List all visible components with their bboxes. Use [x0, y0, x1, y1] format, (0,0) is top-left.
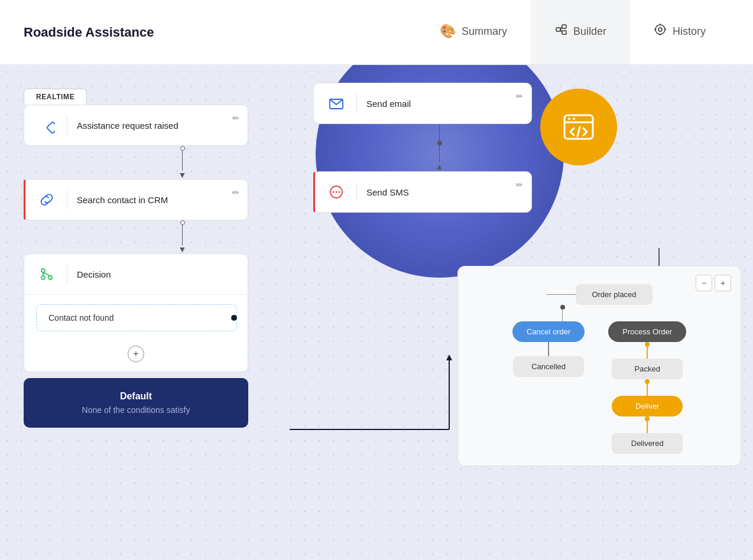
- fc-arrow-cancel: [548, 342, 549, 356]
- fc-node-cancel-order: Cancel order: [512, 321, 585, 342]
- decision-header: Decision: [24, 254, 248, 295]
- fc-col-process: Process Order Packed Deliver Delivered: [608, 321, 686, 454]
- svg-marker-29: [446, 354, 452, 360]
- zoom-out-button[interactable]: −: [696, 275, 712, 291]
- card-divider: [67, 116, 67, 135]
- vert-line-2: [439, 145, 440, 162]
- svg-rect-16: [47, 122, 55, 134]
- tab-summary[interactable]: 🎨 Summary: [416, 0, 531, 64]
- decision-label: Decision: [77, 269, 111, 279]
- send-email-label: Send email: [366, 99, 411, 109]
- card-divider-email: [356, 94, 357, 113]
- sms-icon: [326, 181, 347, 203]
- fc-dot-orange-3: [645, 416, 650, 421]
- fc-dot-1: [560, 305, 565, 310]
- flowchart-container: Order placed Cancel order Cancelled Proc…: [472, 278, 726, 454]
- fc-arrow-orange-2: [647, 384, 648, 396]
- svg-point-14: [573, 118, 575, 120]
- fc-node-deliver: Deliver: [612, 396, 683, 416]
- app-title: Roadside Assistance: [24, 25, 154, 40]
- decision-block: Decision Contact not found +: [24, 253, 248, 372]
- fc-dot-orange-2: [645, 379, 650, 384]
- connector-dot-1: [180, 146, 185, 151]
- fc-node-order-placed: Order placed: [576, 284, 653, 305]
- connector-1: ▼: [57, 146, 307, 179]
- tab-builder[interactable]: Builder: [531, 0, 630, 64]
- svg-point-18: [48, 276, 52, 279]
- condition-label: Contact not found: [48, 313, 114, 323]
- fc-row-main: Cancel order Cancelled Process Order Pac…: [472, 321, 726, 454]
- card-assistance-request[interactable]: Assistance request raised ✏: [24, 105, 248, 146]
- card-assistance-label: Assistance request raised: [77, 121, 178, 131]
- flowchart-controls: − +: [696, 275, 731, 291]
- realtime-badge: REALTIME: [24, 89, 87, 105]
- tab-builder-label: Builder: [573, 25, 606, 38]
- horiz-line-left: [546, 294, 576, 295]
- send-sms-label: Send SMS: [366, 187, 409, 197]
- card-search-label: Search contact in CRM: [77, 195, 168, 205]
- tab-history-label: History: [673, 25, 706, 38]
- add-condition-button[interactable]: +: [128, 346, 144, 362]
- send-email-edit[interactable]: ✏: [516, 92, 523, 101]
- branch-icon: [36, 263, 57, 285]
- main-canvas: REALTIME Assistance request raised ✏ ▼: [0, 65, 753, 560]
- svg-point-6: [658, 28, 662, 31]
- chain-icon: [36, 189, 57, 210]
- condition-box[interactable]: Contact not found: [36, 304, 237, 331]
- fc-arrow-orange-1: [647, 347, 648, 359]
- nav-tabs: 🎨 Summary Builder: [416, 0, 729, 64]
- workflow-panel: REALTIME Assistance request raised ✏ ▼: [0, 65, 331, 560]
- card-send-email[interactable]: Send email ✏: [313, 83, 532, 124]
- send-sms-edit[interactable]: ✏: [516, 180, 523, 190]
- fc-node-process-order: Process Order: [608, 321, 686, 342]
- svg-line-21: [43, 272, 50, 276]
- fc-arrow-1: [562, 310, 563, 321]
- default-block: Default None of the conditions satisfy: [24, 378, 248, 428]
- svg-point-5: [655, 25, 665, 34]
- fc-arrow-orange-3: [647, 421, 648, 433]
- svg-point-26: [339, 191, 340, 193]
- vert-line: [439, 124, 440, 141]
- right-panel: Send email ✏ ▲ Send SMS ✏: [313, 83, 532, 213]
- fc-col-cancel: Cancel order Cancelled: [512, 321, 585, 377]
- svg-point-24: [333, 191, 335, 193]
- fc-dot-orange-1: [645, 342, 650, 347]
- connector-line-1: [182, 151, 183, 171]
- realtime-container: REALTIME Assistance request raised ✏: [24, 89, 307, 146]
- card-divider-2: [67, 190, 67, 209]
- svg-point-17: [41, 269, 45, 272]
- svg-rect-2: [562, 31, 566, 34]
- zoom-in-button[interactable]: +: [715, 275, 731, 291]
- history-icon: [654, 23, 667, 40]
- card-search-edit[interactable]: ✏: [232, 188, 239, 197]
- tab-history[interactable]: History: [630, 0, 729, 64]
- svg-rect-1: [562, 25, 566, 28]
- connector-dot-2: [180, 220, 185, 225]
- orange-code-icon: [540, 89, 617, 165]
- default-subtitle: None of the conditions satisfy: [35, 405, 236, 415]
- svg-point-19: [41, 276, 45, 279]
- card-assistance-edit[interactable]: ✏: [232, 113, 239, 123]
- svg-rect-0: [556, 28, 560, 31]
- fc-node-cancelled: Cancelled: [513, 356, 584, 377]
- email-icon: [326, 93, 347, 114]
- svg-line-15: [577, 127, 580, 136]
- connector-2: ▼: [57, 220, 307, 253]
- diamond-icon: [36, 115, 57, 136]
- svg-point-25: [336, 191, 337, 193]
- svg-point-13: [568, 118, 570, 120]
- card-search-contact[interactable]: Search contact in CRM ✏: [24, 179, 248, 220]
- connector-arrow-1: ▼: [178, 171, 187, 179]
- summary-icon: 🎨: [440, 24, 456, 39]
- condition-connector-dot: [231, 315, 237, 321]
- connector-line-2: [182, 225, 183, 245]
- vert-arrow: ▲: [436, 162, 444, 171]
- tab-summary-label: Summary: [462, 25, 507, 38]
- vert-dot: [437, 141, 442, 145]
- connector-arrow-2: ▼: [178, 245, 187, 253]
- card-divider-3: [67, 265, 67, 284]
- card-send-sms[interactable]: Send SMS ✏: [313, 171, 532, 213]
- builder-icon: [554, 23, 567, 40]
- header: Roadside Assistance 🎨 Summary Builder: [0, 0, 753, 65]
- fc-node-delivered: Delivered: [612, 433, 683, 454]
